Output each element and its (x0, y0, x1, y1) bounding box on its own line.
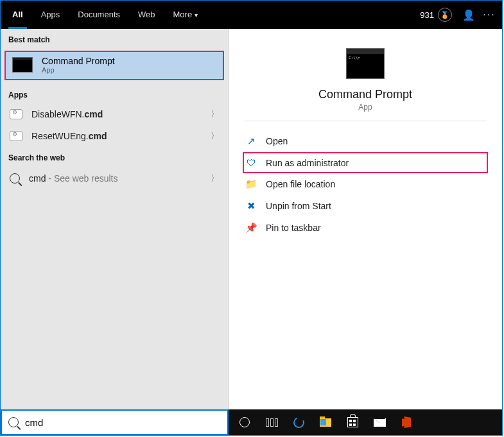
start-search-window: All Apps Documents Web More▾ 931 🏅 👤 ···… (0, 0, 503, 436)
best-match-title: Command Prompt (42, 56, 115, 66)
web-result-cmd[interactable]: cmd - See web results 〉 (1, 166, 228, 191)
section-best-match: Best match (1, 29, 228, 48)
tab-apps[interactable]: Apps (32, 1, 69, 29)
best-match-subtitle: App (42, 66, 115, 74)
script-icon (10, 109, 22, 119)
office-icon (402, 416, 411, 428)
chevron-down-icon: ▾ (195, 12, 198, 19)
preview-panel: Command Prompt App ↗ Open 🛡 Run as admin… (229, 29, 502, 409)
taskbar-office[interactable] (394, 412, 419, 433)
tab-documents[interactable]: Documents (69, 1, 129, 29)
action-open[interactable]: ↗ Open (243, 130, 488, 152)
search-box[interactable] (1, 409, 229, 435)
search-icon (10, 173, 20, 184)
command-prompt-icon (346, 48, 385, 79)
chevron-right-icon: 〉 (211, 108, 219, 120)
preview-subtitle: App (358, 103, 372, 112)
action-label: Pin to taskbar (266, 223, 321, 233)
taskbar-task-view[interactable] (259, 412, 284, 433)
app-result-disablewfn[interactable]: DisableWFN.cmd 〉 (1, 103, 228, 125)
tab-more-label: More (173, 10, 193, 19)
app-result-resetwueng[interactable]: ResetWUEng.cmd 〉 (1, 125, 228, 147)
mail-icon (374, 418, 386, 427)
command-prompt-icon (12, 57, 33, 73)
taskbar-store[interactable] (340, 412, 365, 433)
feedback-icon[interactable]: 👤 (458, 9, 479, 21)
rewards-indicator[interactable]: 931 🏅 (420, 8, 452, 22)
taskbar (229, 409, 502, 435)
action-open-file-location[interactable]: 📁 Open file location (243, 173, 488, 195)
preview-header: Command Prompt App (244, 29, 487, 121)
results-panel: Best match Command Prompt App Apps Disab… (1, 29, 229, 409)
best-match-command-prompt[interactable]: Command Prompt App (4, 51, 224, 80)
preview-actions: ↗ Open 🛡 Run as administrator 📁 Open fil… (229, 121, 502, 248)
taskbar-mail[interactable] (367, 412, 392, 433)
shield-icon: 🛡 (245, 157, 257, 168)
app-result-label: ResetWUEng.cmd (31, 131, 202, 141)
rewards-points: 931 (420, 10, 434, 20)
taskbar-edge[interactable] (286, 412, 311, 433)
pin-icon: 📌 (245, 222, 257, 234)
filter-tabs: All Apps Documents Web More▾ (3, 1, 207, 29)
unpin-icon: ✖ (245, 200, 257, 212)
tab-web[interactable]: Web (129, 1, 164, 29)
search-body: Best match Command Prompt App Apps Disab… (1, 29, 502, 409)
medal-icon: 🏅 (438, 8, 452, 22)
app-result-label: DisableWFN.cmd (31, 109, 202, 119)
search-icon (8, 417, 19, 427)
script-icon (10, 131, 22, 141)
folder-icon: 📁 (245, 178, 257, 190)
more-options-icon[interactable]: ··· (479, 9, 500, 21)
task-view-icon (266, 418, 278, 427)
store-icon (347, 417, 358, 427)
folder-icon (320, 418, 331, 427)
action-label: Open file location (266, 179, 335, 189)
action-label: Open (266, 136, 288, 146)
chevron-right-icon: 〉 (211, 173, 219, 184)
search-input[interactable] (25, 417, 221, 428)
action-pin-to-taskbar[interactable]: 📌 Pin to taskbar (243, 217, 488, 239)
preview-title: Command Prompt (318, 88, 412, 101)
edge-icon (291, 415, 306, 429)
action-label: Run as administrator (266, 158, 349, 168)
web-result-text: cmd - See web results (29, 173, 202, 184)
action-label: Unpin from Start (266, 201, 331, 211)
taskbar-file-explorer[interactable] (313, 412, 338, 433)
section-apps: Apps (1, 84, 228, 103)
tab-all[interactable]: All (3, 1, 32, 29)
action-run-as-administrator[interactable]: 🛡 Run as administrator (243, 152, 488, 173)
chevron-right-icon: 〉 (211, 130, 219, 142)
open-icon: ↗ (245, 135, 257, 147)
taskbar-cortana[interactable] (232, 412, 257, 433)
tab-more[interactable]: More▾ (164, 1, 207, 29)
apps-results-list: DisableWFN.cmd 〉 ResetWUEng.cmd 〉 (1, 103, 228, 147)
search-filter-bar: All Apps Documents Web More▾ 931 🏅 👤 ··· (1, 1, 502, 29)
bottom-row (1, 409, 502, 435)
section-search-web: Search the web (1, 147, 228, 166)
action-unpin-from-start[interactable]: ✖ Unpin from Start (243, 195, 488, 217)
cortana-icon (239, 417, 250, 427)
